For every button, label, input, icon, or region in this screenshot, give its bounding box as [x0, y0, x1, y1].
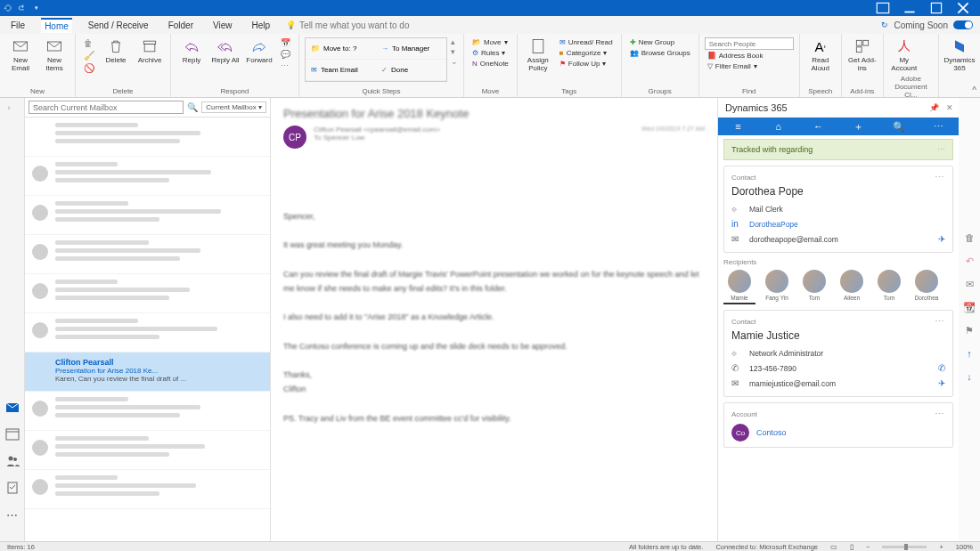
move-button[interactable]: 📂Move ▾ [470, 37, 511, 47]
mail-item[interactable] [25, 313, 270, 352]
maximize-icon[interactable] [923, 0, 950, 16]
mail-item[interactable] [25, 117, 270, 157]
card2-name[interactable]: Mamie Justice [731, 329, 945, 342]
zoom-out-icon[interactable]: − [866, 543, 870, 551]
assign-policy-button[interactable]: Assign Policy [523, 36, 553, 73]
qs-moveto[interactable]: 📁Move to: ? [306, 38, 376, 60]
d365-search-icon[interactable]: 🔍 [892, 121, 906, 133]
coming-soon-toggle[interactable] [953, 20, 973, 29]
mail-item[interactable] [25, 196, 270, 235]
account-more-icon[interactable]: ⋯ [935, 409, 945, 420]
card2-email[interactable]: mamiejustice@email.com [749, 379, 931, 388]
rail-calendar-icon[interactable]: 📆 [963, 301, 976, 313]
new-items-button[interactable]: New Items [39, 36, 69, 73]
filter-email-button[interactable]: ▽Filter Email ▾ [705, 61, 794, 71]
card1-email[interactable]: dorotheapope@email.com [749, 235, 931, 244]
view-normal-icon[interactable]: ▭ [830, 543, 837, 551]
refresh-icon[interactable] [4, 4, 12, 12]
d365-menu-icon[interactable]: ≡ [731, 121, 746, 132]
call-icon[interactable]: ✆ [938, 363, 945, 373]
ribbon-collapse-icon[interactable]: ^ [972, 85, 976, 95]
card2-phone[interactable]: 123-456-7890 [749, 364, 931, 373]
qs-done[interactable]: ✓Done [376, 60, 446, 81]
rail-mail-icon[interactable]: ✉ [963, 278, 976, 290]
d365-more-icon[interactable]: ⋯ [932, 121, 946, 133]
close-pane-icon[interactable]: ✕ [946, 103, 953, 112]
get-addins-button[interactable]: Get Add-ins [847, 36, 878, 73]
qs-tomanager[interactable]: →To Manager [376, 38, 446, 60]
new-group-button[interactable]: ✚New Group [627, 37, 693, 47]
onenote-button[interactable]: NOneNote [470, 59, 511, 69]
rail-undo-icon[interactable]: ↶ [963, 255, 976, 267]
qs-scroll-down[interactable]: ▾ [451, 47, 458, 56]
followup-button[interactable]: ⚑Follow Up ▾ [557, 59, 616, 69]
mail-item[interactable] [25, 274, 270, 313]
search-mailbox-input[interactable] [29, 101, 184, 114]
d365-add-icon[interactable]: ＋ [852, 120, 866, 134]
qs-dropdown[interactable]: ⌄ [451, 57, 458, 66]
d365-back-icon[interactable]: ← [812, 121, 826, 132]
quick-steps-gallery[interactable]: 📁Move to: ? →To Manager ✉Team Email ✓Don… [305, 37, 447, 82]
tracked-regarding-banner[interactable]: Tracked with regarding ⋯ [723, 139, 953, 160]
tab-help[interactable]: Help [249, 19, 274, 32]
recipient-5[interactable]: Dorothea [911, 270, 943, 304]
recipient-3[interactable]: Aileen [836, 270, 868, 304]
rules-button[interactable]: ⚙Rules ▾ [470, 48, 511, 58]
minimize-icon[interactable] [896, 0, 923, 16]
rail-delete-icon[interactable]: 🗑 [963, 231, 976, 244]
archive-button[interactable]: Archive [135, 36, 165, 65]
ignore-button[interactable]: 🗑 [81, 37, 97, 49]
rail-down-icon[interactable]: ↓ [963, 370, 976, 383]
recipient-1[interactable]: Fang Yin [761, 270, 793, 304]
browse-groups-button[interactable]: 👥Browse Groups [627, 48, 693, 58]
qat-dropdown-icon[interactable]: ▾ [32, 4, 41, 12]
mail-item[interactable] [25, 157, 270, 196]
view-reading-icon[interactable]: ▯ [850, 543, 853, 551]
close-icon[interactable] [950, 0, 976, 16]
delete-button[interactable]: Delete [101, 36, 131, 65]
send-email-icon[interactable]: ✈ [938, 234, 945, 244]
tab-view[interactable]: View [209, 19, 236, 32]
account-name[interactable]: Contoso [756, 428, 787, 437]
nav-tasks-icon[interactable] [5, 481, 20, 495]
qs-scroll-up[interactable]: ▴ [451, 37, 458, 46]
tell-me[interactable]: 💡 Tell me what you want to do [286, 20, 409, 30]
d365-home-icon[interactable]: ⌂ [772, 121, 786, 132]
meeting-button[interactable]: 📅 [278, 37, 293, 48]
im-button[interactable]: 💬 [278, 49, 293, 60]
mail-item[interactable] [25, 392, 270, 431]
my-account-button[interactable]: 人My Account [889, 36, 919, 73]
expand-folders-icon[interactable]: › [8, 103, 17, 112]
cleanup-button[interactable]: 🧹 [81, 50, 97, 61]
tab-file[interactable]: File [7, 19, 29, 32]
zoom-in-icon[interactable]: + [939, 543, 943, 551]
categorize-button[interactable]: ■Categorize ▾ [557, 48, 616, 58]
address-book-button[interactable]: 📕Address Book [705, 51, 794, 61]
reply-button[interactable]: Reply [176, 36, 207, 65]
nav-people-icon[interactable] [5, 454, 20, 468]
rail-flag-icon[interactable]: ⚑ [963, 324, 976, 336]
read-aloud-button[interactable]: A›Read Aloud [805, 36, 836, 73]
mail-item[interactable] [25, 235, 270, 274]
dynamics365-button[interactable]: Dynamics 365 [944, 36, 975, 73]
send-email-icon[interactable]: ✈ [938, 378, 945, 388]
forward-button[interactable]: Forward [244, 36, 274, 65]
recipient-4[interactable]: Tom [873, 270, 905, 304]
junk-button[interactable]: 🚫 [81, 62, 97, 74]
nav-mail-icon[interactable] [5, 401, 20, 415]
more-respond-button[interactable]: ⋯ [278, 61, 293, 71]
ribbon-display-icon[interactable] [870, 0, 896, 16]
search-icon[interactable]: 🔍 [187, 102, 198, 112]
rail-up-icon[interactable]: ↑ [963, 347, 976, 360]
undo-icon[interactable] [18, 4, 27, 12]
zoom-slider[interactable] [882, 546, 927, 548]
card1-name[interactable]: Dorothea Pope [731, 185, 945, 198]
tracked-more-icon[interactable]: ⋯ [937, 145, 945, 154]
reply-all-button[interactable]: Reply All [210, 36, 241, 65]
qs-teamemail[interactable]: ✉Team Email [306, 60, 376, 81]
unread-read-button[interactable]: ✉Unread/ Read [557, 37, 616, 47]
pin-icon[interactable]: 📌 [929, 103, 939, 112]
tab-sendreceive[interactable]: Send / Receive [85, 19, 152, 32]
search-scope-dropdown[interactable]: Current Mailbox ▾ [201, 101, 266, 113]
new-email-button[interactable]: New Email [5, 36, 36, 73]
